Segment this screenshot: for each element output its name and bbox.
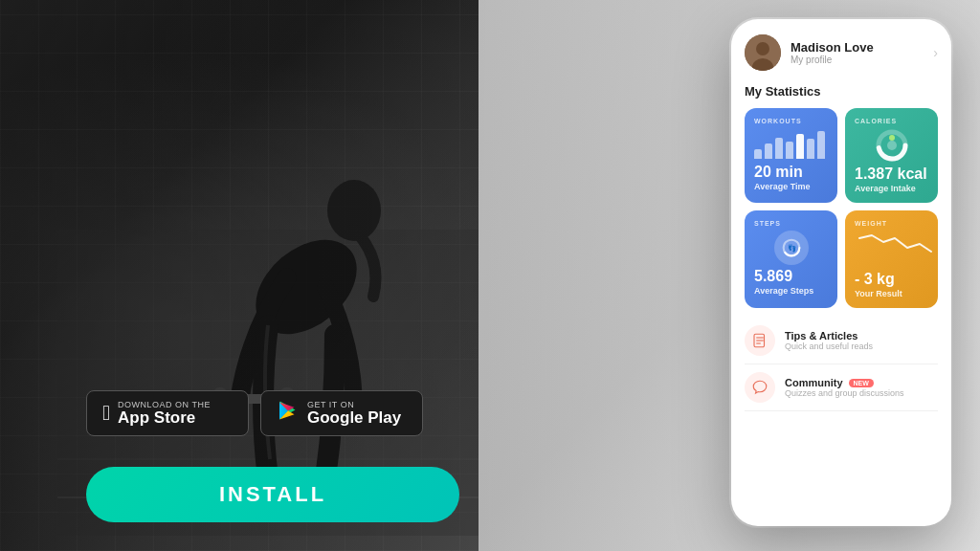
- workouts-unit: Average Time: [754, 182, 828, 191]
- weight-label: WEIGHT: [855, 220, 928, 227]
- bar-6: [807, 139, 814, 159]
- tips-icon: [745, 325, 775, 356]
- workouts-value: 20 min: [754, 165, 828, 180]
- avatar: [745, 34, 781, 71]
- workouts-bar-chart: [754, 128, 828, 159]
- profile-row[interactable]: Madison Love My profile ›: [745, 34, 938, 71]
- tips-articles-item[interactable]: Tips & Articles Quick and useful reads: [745, 318, 938, 364]
- google-play-main-label: Google Play: [307, 409, 401, 428]
- community-icon: [745, 372, 775, 403]
- calories-card: CALORIES 1.387 kcal Average Intake: [845, 108, 938, 203]
- steps-unit: Average Steps: [754, 286, 828, 296]
- steps-icon-container: 👣: [754, 231, 828, 265]
- profile-info: Madison Love My profile: [791, 40, 874, 65]
- profile-left: Madison Love My profile: [745, 34, 874, 71]
- tips-text: Tips & Articles Quick and useful reads: [785, 330, 873, 351]
- store-buttons-container:  Download on the App Store: [86, 390, 423, 436]
- bar-3: [775, 138, 783, 159]
- weight-value: - 3 kg: [855, 272, 928, 287]
- app-store-main-label: App Store: [118, 409, 211, 428]
- phone-mockup: Madison Love My profile › My Statistics …: [731, 19, 951, 526]
- calories-unit: Average Intake: [855, 184, 928, 193]
- app-store-text: Download on the App Store: [118, 400, 211, 428]
- tips-title: Tips & Articles: [785, 330, 858, 342]
- stats-grid: WORKOUTS 20 min Average Time CALORIES: [745, 108, 938, 308]
- weight-line-chart: [855, 231, 928, 268]
- phone-content: Madison Love My profile › My Statistics …: [731, 19, 951, 526]
- calories-donut-chart: [875, 128, 909, 163]
- tips-sub: Quick and useful reads: [785, 342, 873, 351]
- calories-label: CALORIES: [855, 118, 928, 124]
- app-store-button[interactable]:  Download on the App Store: [86, 390, 249, 436]
- bar-2: [765, 143, 772, 159]
- steps-value: 5.869: [754, 269, 828, 284]
- svg-point-11: [756, 42, 769, 55]
- workouts-label: WORKOUTS: [754, 118, 828, 124]
- google-play-icon: [277, 399, 300, 428]
- google-play-button[interactable]: GET IT ON Google Play: [260, 390, 423, 436]
- community-sub: Quizzes and group discussions: [785, 388, 904, 398]
- weight-unit: Your Result: [855, 289, 928, 298]
- install-button[interactable]: INSTALL: [86, 467, 459, 522]
- calories-donut-container: [855, 128, 928, 163]
- svg-point-15: [887, 141, 897, 150]
- bar-1: [754, 149, 762, 159]
- steps-card: STEPS 👣 5.869 Average Steps: [745, 210, 837, 308]
- calories-value: 1.387 kcal: [855, 166, 928, 182]
- community-item[interactable]: Community New Quizzes and group discussi…: [745, 364, 938, 411]
- community-text: Community New Quizzes and group discussi…: [785, 377, 904, 398]
- community-badge: New: [849, 379, 874, 387]
- steps-label: STEPS: [754, 220, 828, 227]
- community-title: Community: [785, 377, 843, 388]
- bar-4: [786, 142, 793, 159]
- steps-circle-icon: 👣: [774, 231, 809, 265]
- bar-7: [817, 131, 825, 159]
- apple-icon: : [102, 401, 110, 426]
- google-play-text: GET IT ON Google Play: [307, 400, 401, 428]
- workouts-card: WORKOUTS 20 min Average Time: [745, 108, 837, 203]
- weight-card: WEIGHT - 3 kg Your Result: [845, 210, 938, 308]
- profile-chevron-icon: ›: [933, 45, 938, 60]
- svg-text:👣: 👣: [787, 244, 796, 253]
- stats-title: My Statistics: [745, 84, 938, 99]
- svg-point-16: [889, 135, 895, 141]
- bar-5: [796, 134, 804, 159]
